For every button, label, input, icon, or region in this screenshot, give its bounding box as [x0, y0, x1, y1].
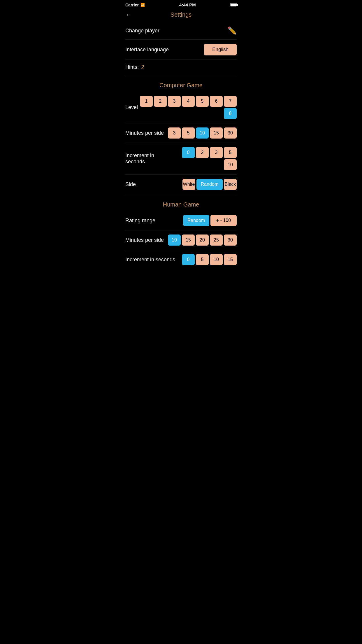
- human-rating-options: Random+ - 100: [183, 215, 237, 226]
- computer-minutes-option-15[interactable]: 15: [210, 127, 223, 139]
- computer-minutes-label: Minutes per side: [125, 130, 164, 136]
- computer-level-option-8[interactable]: 8: [224, 108, 237, 119]
- human-rating-option-random[interactable]: Random: [183, 215, 209, 226]
- computer-level-option-1[interactable]: 1: [140, 96, 153, 107]
- computer-minutes-option-5[interactable]: 5: [182, 127, 195, 139]
- human-increment-option-15[interactable]: 15: [224, 254, 237, 265]
- edit-icon[interactable]: ✏️: [227, 26, 237, 35]
- human-rating-option-+---100[interactable]: + - 100: [210, 215, 237, 226]
- computer-level-label: Level: [125, 104, 138, 111]
- carrier-label: Carrier: [125, 3, 139, 7]
- computer-game-section-header: Computer Game: [125, 75, 237, 92]
- computer-level-option-6[interactable]: 6: [210, 96, 223, 107]
- human-game-section-header: Human Game: [125, 194, 237, 211]
- human-minutes-option-10[interactable]: 10: [168, 235, 181, 246]
- language-button[interactable]: English: [204, 44, 237, 55]
- computer-minutes-option-30[interactable]: 30: [224, 127, 237, 139]
- computer-increment-option-10[interactable]: 10: [224, 159, 237, 170]
- interface-language-row: Interface language English: [125, 40, 237, 60]
- human-minutes-row: Minutes per side 1015202530: [125, 230, 237, 250]
- status-left: Carrier 📶: [125, 3, 145, 7]
- human-minutes-label: Minutes per side: [125, 237, 164, 243]
- human-minutes-option-20[interactable]: 20: [196, 235, 209, 246]
- hints-label: Hints:: [125, 64, 139, 70]
- human-minutes-option-25[interactable]: 25: [210, 235, 223, 246]
- battery-icon: [230, 3, 237, 6]
- human-minutes-option-15[interactable]: 15: [182, 235, 195, 246]
- human-rating-label: Rating range: [125, 218, 155, 224]
- computer-level-option-3[interactable]: 3: [168, 96, 181, 107]
- computer-minutes-row: Minutes per side 35101530: [125, 123, 237, 143]
- computer-minutes-option-10[interactable]: 10: [196, 127, 209, 139]
- human-increment-row: Increment in seconds 051015: [125, 250, 237, 269]
- page-title: Settings: [171, 11, 191, 18]
- computer-level-option-2[interactable]: 2: [154, 96, 167, 107]
- time-label: 4:44 PM: [179, 2, 196, 7]
- nav-bar: ← Settings: [121, 8, 241, 22]
- human-increment-label: Increment in seconds: [125, 257, 175, 263]
- status-bar: Carrier 📶 4:44 PM: [121, 0, 241, 8]
- back-button[interactable]: ←: [125, 11, 132, 19]
- computer-minutes-options: 35101530: [168, 127, 237, 139]
- computer-increment-option-3[interactable]: 3: [210, 147, 223, 158]
- human-minutes-options: 1015202530: [168, 235, 237, 246]
- computer-level-option-5[interactable]: 5: [196, 96, 209, 107]
- computer-level-option-4[interactable]: 4: [182, 96, 195, 107]
- computer-increment-options: 023510: [172, 147, 237, 170]
- computer-increment-option-0[interactable]: 0: [182, 147, 195, 158]
- computer-increment-row: Increment in seconds 023510: [125, 143, 237, 174]
- computer-side-label: Side: [125, 181, 136, 188]
- settings-content: Change player ✏️ Interface language Engl…: [121, 22, 241, 269]
- human-increment-option-5[interactable]: 5: [196, 254, 209, 265]
- human-increment-option-0[interactable]: 0: [182, 254, 195, 265]
- human-increment-option-10[interactable]: 10: [210, 254, 223, 265]
- computer-level-option-7[interactable]: 7: [224, 96, 237, 107]
- computer-minutes-option-3[interactable]: 3: [168, 127, 181, 139]
- change-player-label: Change player: [125, 28, 159, 34]
- computer-increment-label: Increment in seconds: [125, 153, 172, 165]
- human-rating-row: Rating range Random+ - 100: [125, 211, 237, 230]
- computer-side-row: Side WhiteRandomBlack: [125, 175, 237, 194]
- computer-side-option-white[interactable]: White: [182, 179, 195, 190]
- computer-side-option-black[interactable]: Black: [224, 179, 237, 190]
- computer-level-options: 12345678: [138, 96, 237, 119]
- status-right: [230, 3, 237, 6]
- hints-value: 2: [141, 64, 144, 71]
- wifi-icon: 📶: [140, 3, 145, 7]
- interface-language-label: Interface language: [125, 47, 169, 53]
- computer-increment-option-5[interactable]: 5: [224, 147, 237, 158]
- computer-level-row: Level 12345678: [125, 92, 237, 123]
- computer-side-options: WhiteRandomBlack: [182, 179, 237, 190]
- computer-increment-option-2[interactable]: 2: [196, 147, 209, 158]
- battery-fill: [231, 4, 236, 6]
- change-player-row: Change player ✏️: [125, 22, 237, 39]
- human-minutes-option-30[interactable]: 30: [224, 235, 237, 246]
- hints-row: Hints: 2: [125, 60, 237, 75]
- human-increment-options: 051015: [182, 254, 237, 265]
- computer-side-option-random[interactable]: Random: [196, 179, 223, 190]
